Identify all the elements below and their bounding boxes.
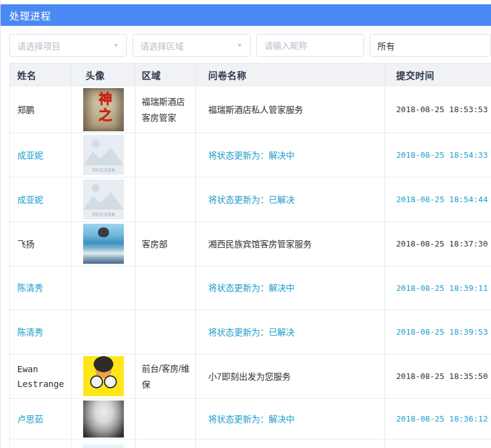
avatar-placeholder-text: 暂时无法查看	[87, 167, 119, 173]
avatar-cell	[72, 266, 136, 310]
time-cell: 2018-08-25 18:54:44	[385, 177, 491, 222]
nickname-input[interactable]	[257, 35, 363, 56]
area-cell	[136, 133, 196, 177]
column-header-area: 区域	[136, 63, 196, 86]
filter-bar: 请选择项目 ▼ 请选择区域 ▼ 所有	[9, 34, 491, 57]
table-row: 陈清秀 将状态更新为：已解决 2018-08-25 18:39:53	[10, 310, 491, 354]
avatar-image	[83, 356, 124, 396]
page: { "header": { "title": "处理进程" }, "filter…	[0, 0, 491, 448]
avatar-cell: 神之	[72, 86, 136, 133]
table-row	[10, 439, 491, 448]
avatar-image	[83, 224, 124, 264]
area-select-placeholder: 请选择区域	[140, 39, 184, 52]
area-cell: 福瑞斯酒店客房管家	[136, 86, 196, 133]
name-cell: Ewan Lestrange	[10, 354, 72, 399]
project-select-placeholder: 请选择项目	[17, 39, 60, 52]
survey-cell: 将状态更新为：已解决	[196, 310, 385, 354]
table-row: 成亚妮 暂时无法查看 将状态更新为：已解决 2018-08-25 18:54:4…	[10, 177, 491, 222]
time-cell: 2018-08-25 18:35:50	[385, 354, 491, 399]
title-bar: 处理进程	[1, 4, 491, 26]
time-cell: 2018-08-25 18:54:33	[385, 133, 491, 177]
survey-cell: 将状态更新为：解决中	[196, 399, 385, 439]
survey-cell	[196, 439, 385, 448]
area-cell: 前台/客房/维保	[136, 354, 196, 399]
survey-cell: 将状态更新为：解决中	[196, 133, 385, 177]
area-select[interactable]: 请选择区域 ▼	[132, 34, 251, 57]
table-row: Ewan Lestrange 前台/客房/维保 小7即刻出发为您服务 2018-…	[10, 354, 491, 399]
name-cell: 郑鹏	[10, 86, 72, 133]
area-cell	[136, 266, 196, 310]
survey-cell: 小7即刻出发为您服务	[196, 354, 385, 399]
table-row: 成亚妮 暂时无法查看 将状态更新为：解决中 2018-08-25 18:54:3…	[10, 133, 491, 177]
avatar-placeholder-text: 暂时无法查看	[87, 211, 119, 217]
survey-cell: 福瑞斯酒店私人管家服务	[196, 86, 385, 133]
avatar-cell	[72, 399, 136, 439]
area-cell	[136, 177, 196, 222]
avatar-cell	[72, 310, 136, 354]
records-table-wrap: 姓名 头像 区域 问卷名称 提交时间 郑鹏 神之 福瑞斯酒店客房管家 福瑞斯酒店…	[9, 63, 491, 448]
avatar-placeholder-image: 暂时无法查看	[83, 135, 124, 175]
name-cell: 陈清秀	[10, 266, 72, 310]
survey-cell: 将状态更新为：已解决	[196, 177, 385, 222]
avatar-placeholder-image: 暂时无法查看	[83, 179, 124, 219]
survey-cell: 湘西民族宾馆客房管家服务	[196, 222, 385, 266]
avatar-image: 神之	[83, 88, 124, 131]
chevron-down-icon: ▼	[237, 43, 243, 48]
area-cell	[136, 439, 196, 448]
name-cell: 陈清秀	[10, 310, 72, 354]
time-cell: 2018-08-25 18:53:53	[385, 86, 491, 133]
area-cell	[136, 310, 196, 354]
name-cell: 成亚妮	[10, 133, 72, 177]
name-cell: 卢思茹	[10, 399, 72, 439]
time-cell: 2018-08-25 18:37:30	[385, 222, 491, 266]
status-select-value: 所有	[378, 39, 395, 52]
time-cell: 2018-08-25 18:39:53	[385, 310, 491, 354]
area-cell: 客房部	[136, 222, 196, 266]
table-row: 郑鹏 神之 福瑞斯酒店客房管家 福瑞斯酒店私人管家服务 2018-08-25 1…	[10, 86, 491, 133]
column-header-survey: 问卷名称	[196, 63, 385, 86]
avatar-cell	[72, 222, 136, 266]
name-cell: 成亚妮	[10, 177, 72, 222]
page-title: 处理进程	[9, 8, 51, 23]
project-select[interactable]: 请选择项目 ▼	[9, 34, 127, 57]
records-table: 姓名 头像 区域 问卷名称 提交时间 郑鹏 神之 福瑞斯酒店客房管家 福瑞斯酒店…	[9, 63, 491, 448]
avatar-cell: 暂时无法查看	[72, 133, 136, 177]
nickname-field	[256, 34, 364, 57]
column-header-name: 姓名	[10, 63, 72, 86]
column-header-time: 提交时间	[385, 63, 491, 86]
time-cell	[385, 439, 491, 448]
avatar-image	[83, 312, 124, 352]
avatar-cell: 暂时无法查看	[72, 177, 136, 222]
table-row: 陈清秀 将状态更新为：解决中 2018-08-25 18:39:11	[10, 266, 491, 310]
name-cell	[10, 439, 72, 448]
avatar-image	[83, 401, 124, 438]
avatar-image	[83, 444, 124, 448]
table-row: 飞扬 客房部 湘西民族宾馆客房管家服务 2018-08-25 18:37:30	[10, 222, 491, 266]
chevron-down-icon: ▼	[113, 43, 119, 48]
avatar-cell	[72, 354, 136, 399]
avatar-image	[83, 268, 124, 308]
table-header-row: 姓名 头像 区域 问卷名称 提交时间	[10, 63, 491, 86]
column-header-avatar: 头像	[72, 63, 136, 86]
time-cell: 2018-08-25 18:36:12	[385, 399, 491, 439]
status-select[interactable]: 所有	[370, 34, 491, 57]
survey-cell: 将状态更新为：解决中	[196, 266, 385, 310]
area-cell	[136, 399, 196, 439]
avatar-sign-text: 神之	[97, 92, 110, 124]
name-cell: 飞扬	[10, 222, 72, 266]
time-cell: 2018-08-25 18:39:11	[385, 266, 491, 310]
avatar-cell	[72, 439, 136, 448]
table-row: 卢思茹 将状态更新为：解决中 2018-08-25 18:36:12	[10, 399, 491, 439]
